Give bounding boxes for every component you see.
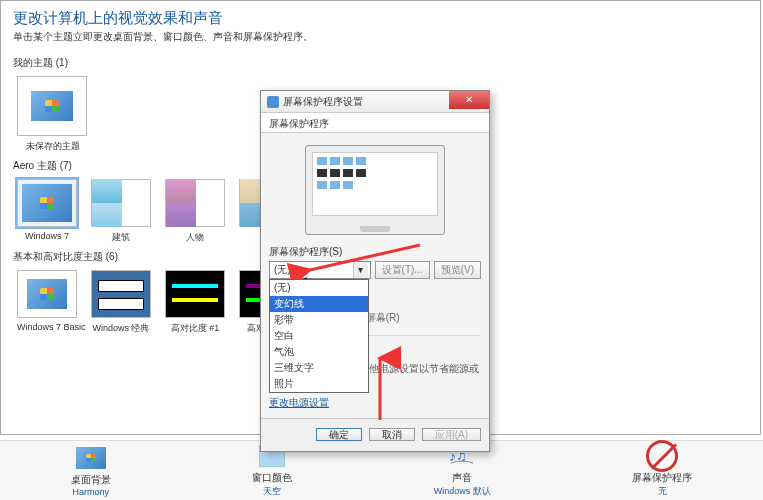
dialog-titlebar[interactable]: 屏幕保护程序设置 ✕ [261, 91, 489, 113]
option-photos[interactable]: 照片 [270, 376, 368, 392]
option-blank[interactable]: 空白 [270, 328, 368, 344]
apply-button[interactable]: 应用(A) [422, 428, 481, 441]
screensaver-dialog: 屏幕保护程序设置 ✕ 屏幕保护程序 屏幕保护程序(S) (无) (无) 变幻线 … [260, 90, 490, 452]
dialog-icon [267, 96, 279, 108]
close-button[interactable]: ✕ [449, 91, 489, 109]
footer-background[interactable]: 桌面背景 Harmony [71, 445, 111, 497]
page-subtitle: 单击某个主题立即更改桌面背景、窗口颜色、声音和屏幕保护程序。 [1, 30, 760, 54]
section-my-themes: 我的主题 (1) [1, 54, 760, 72]
preview-button[interactable]: 预览(V) [434, 261, 481, 279]
footer-screensaver[interactable]: 屏幕保护程序 无 [632, 443, 692, 498]
ok-button[interactable]: 确定 [316, 428, 362, 441]
page-title: 更改计算机上的视觉效果和声音 [1, 1, 760, 30]
no-sign-icon [646, 440, 678, 472]
theme-unsaved[interactable]: 未保存的主题 [17, 76, 89, 153]
option-none[interactable]: (无) [270, 280, 368, 296]
power-settings-link[interactable]: 更改电源设置 [269, 396, 481, 410]
screensaver-label: 屏幕保护程序(S) [269, 245, 481, 259]
option-3dtext[interactable]: 三维文字 [270, 360, 368, 376]
theme-char[interactable]: 人物 [165, 179, 225, 244]
dialog-tab[interactable]: 屏幕保护程序 [261, 113, 489, 133]
cancel-button[interactable]: 取消 [369, 428, 415, 441]
screensaver-preview [305, 145, 445, 235]
dialog-footer: 确定 取消 应用(A) [261, 418, 489, 451]
screensaver-combobox[interactable]: (无) [269, 261, 371, 279]
theme-basic[interactable]: Windows 7 Basic [17, 270, 77, 335]
settings-button[interactable]: 设置(T)... [375, 261, 430, 279]
theme-classic[interactable]: Windows 经典 [91, 270, 151, 335]
option-ribbon[interactable]: 彩带 [270, 312, 368, 328]
theme-arch[interactable]: 建筑 [91, 179, 151, 244]
screensaver-dropdown: (无) 变幻线 彩带 空白 气泡 三维文字 照片 [269, 279, 369, 393]
option-lines[interactable]: 变幻线 [270, 296, 368, 312]
theme-hc1[interactable]: 高对比度 #1 [165, 270, 225, 335]
theme-win7[interactable]: Windows 7 [17, 179, 77, 244]
option-bubbles[interactable]: 气泡 [270, 344, 368, 360]
